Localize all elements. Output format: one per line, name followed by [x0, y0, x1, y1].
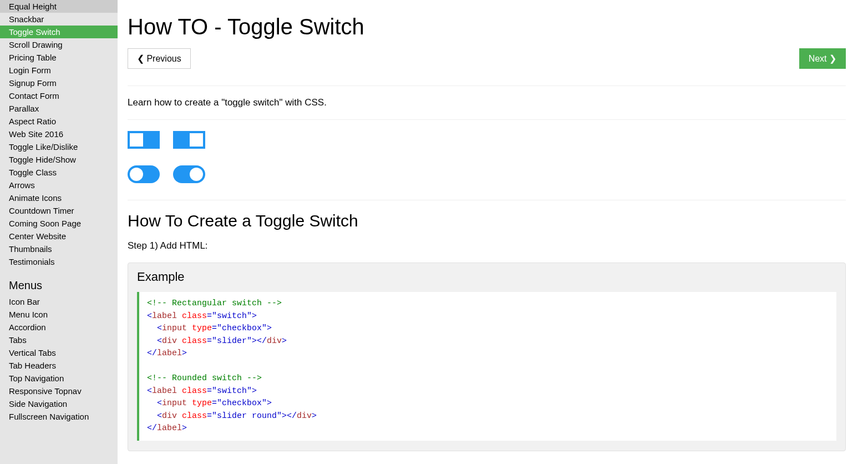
toggle-switch-square-on[interactable]	[173, 131, 205, 149]
step-text: Step 1) Add HTML:	[128, 240, 846, 251]
main-content: How TO - Toggle Switch ❮ Previous Next ❯…	[118, 0, 868, 464]
sidebar-item[interactable]: Icon Bar	[0, 295, 118, 308]
sidebar-item[interactable]: Toggle Like/Dislike	[0, 140, 118, 153]
sidebar-item[interactable]: Animate Icons	[0, 191, 118, 204]
sidebar-item[interactable]: Menu Icon	[0, 308, 118, 321]
sidebar-item[interactable]: Signup Form	[0, 77, 118, 89]
nav-buttons: ❮ Previous Next ❯	[128, 48, 846, 69]
switch-knob	[130, 133, 143, 147]
toggle-switch-square-off[interactable]	[128, 131, 160, 149]
switch-knob	[190, 133, 203, 147]
sidebar-item[interactable]: Countdown Timer	[0, 204, 118, 217]
sidebar-item[interactable]: Fullscreen Navigation	[0, 410, 118, 423]
sidebar-item[interactable]: Web Site 2016	[0, 128, 118, 140]
sidebar-item[interactable]: Thumbnails	[0, 243, 118, 255]
sidebar-item[interactable]: Aspect Ratio	[0, 115, 118, 128]
sidebar-item[interactable]: Toggle Hide/Show	[0, 153, 118, 166]
sidebar-item[interactable]: Vertical Tabs	[0, 346, 118, 359]
sidebar-item[interactable]: Coming Soon Page	[0, 217, 118, 230]
sidebar-item[interactable]: Toggle Switch	[0, 26, 118, 38]
sidebar-item[interactable]: Scroll Drawing	[0, 38, 118, 51]
sidebar-item[interactable]: Top Navigation	[0, 372, 118, 385]
sidebar-item[interactable]: Login Form	[0, 64, 118, 77]
sidebar-item[interactable]: Accordion	[0, 321, 118, 334]
sidebar-item[interactable]: Arrows	[0, 179, 118, 191]
sidebar: Equal HeightSnackbarToggle SwitchScroll …	[0, 0, 118, 464]
code-block: <!-- Rectangular switch --> <label class…	[137, 292, 836, 441]
switch-knob	[190, 168, 203, 181]
sidebar-item[interactable]: Side Navigation	[0, 397, 118, 410]
section-title: How To Create a Toggle Switch	[128, 211, 846, 230]
sidebar-item[interactable]: Tab Headers	[0, 359, 118, 372]
sidebar-item[interactable]: Equal Height	[0, 0, 118, 13]
sidebar-item[interactable]: Responsive Topnav	[0, 385, 118, 397]
divider	[128, 200, 846, 200]
previous-button[interactable]: ❮ Previous	[128, 48, 191, 69]
toggle-switch-round-on[interactable]	[173, 165, 205, 183]
page-title: How TO - Toggle Switch	[128, 14, 846, 39]
next-button[interactable]: Next ❯	[799, 48, 846, 69]
switch-demo-row-round	[128, 165, 846, 183]
sidebar-item[interactable]: Toggle Class	[0, 166, 118, 179]
switch-knob	[130, 168, 143, 181]
sidebar-item[interactable]: Contact Form	[0, 89, 118, 102]
sidebar-item[interactable]: Pricing Table	[0, 51, 118, 64]
intro-text: Learn how to create a "toggle switch" wi…	[128, 97, 846, 108]
sidebar-menus-heading: Menus	[0, 268, 118, 295]
sidebar-item[interactable]: Parallax	[0, 102, 118, 115]
divider	[128, 119, 846, 120]
sidebar-item[interactable]: Snackbar	[0, 13, 118, 26]
switch-demo-row-square	[128, 131, 846, 149]
sidebar-item[interactable]: Testimonials	[0, 255, 118, 268]
toggle-switch-round-off[interactable]	[128, 165, 160, 183]
example-box: Example <!-- Rectangular switch --> <lab…	[128, 263, 846, 451]
example-heading: Example	[137, 270, 836, 284]
sidebar-item[interactable]: Tabs	[0, 334, 118, 346]
sidebar-item[interactable]: Center Website	[0, 230, 118, 243]
divider	[128, 85, 846, 86]
